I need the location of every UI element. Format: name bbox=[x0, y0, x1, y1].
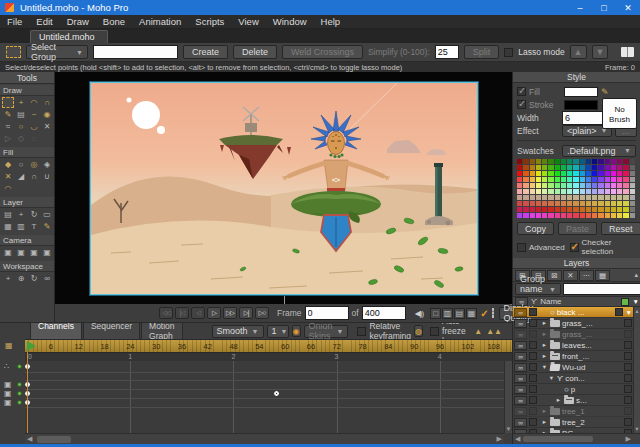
swatch-cell[interactable] bbox=[623, 183, 628, 188]
layer-row[interactable]: ∞▸tree_1 bbox=[513, 406, 633, 417]
add-layer-tool-icon[interactable]: + bbox=[15, 209, 27, 220]
swatch-cell[interactable] bbox=[592, 177, 597, 182]
menu-animation[interactable]: Animation bbox=[132, 16, 188, 27]
swatch-cell[interactable] bbox=[586, 189, 591, 194]
layers-horizontal-scrollbar[interactable]: ◀ ▶ bbox=[513, 433, 640, 444]
layer-color-chip[interactable] bbox=[624, 385, 632, 393]
swatch-cell[interactable] bbox=[611, 165, 616, 170]
swatch-cell[interactable] bbox=[517, 189, 522, 194]
maximize-button[interactable]: □ bbox=[592, 0, 616, 15]
swatch-cell[interactable] bbox=[536, 183, 541, 188]
swatch-cell[interactable] bbox=[561, 183, 566, 188]
swatch-cell[interactable] bbox=[592, 171, 597, 176]
expand-caret-icon[interactable]: ▸ bbox=[541, 407, 548, 415]
blob-brush-tool-icon[interactable]: ◉ bbox=[41, 109, 53, 120]
menu-view[interactable]: View bbox=[231, 16, 265, 27]
swatch-cell[interactable] bbox=[586, 183, 591, 188]
layer-checkbox[interactable] bbox=[529, 385, 537, 393]
single-view-button[interactable]: □ bbox=[430, 308, 441, 319]
shear-layer-tool-icon[interactable]: ▭ bbox=[41, 209, 53, 220]
swatch-cell[interactable] bbox=[611, 177, 616, 182]
swatch-cell[interactable] bbox=[536, 213, 541, 218]
camera-pan-tilt-tool-icon[interactable]: ▣ bbox=[41, 247, 53, 258]
swatch-cell[interactable] bbox=[592, 183, 597, 188]
swatch-cell[interactable] bbox=[548, 171, 553, 176]
swatch-cell[interactable] bbox=[561, 195, 566, 200]
swatch-cell[interactable] bbox=[580, 171, 585, 176]
keyframe-dot[interactable] bbox=[273, 390, 280, 397]
layer-row[interactable]: ∞▸s... bbox=[513, 395, 633, 406]
swatch-cell[interactable] bbox=[555, 165, 560, 170]
keyframe-dot[interactable] bbox=[25, 363, 31, 370]
swatch-cell[interactable] bbox=[517, 207, 522, 212]
swatch-cell[interactable] bbox=[617, 195, 622, 200]
auto-freeze-checkbox[interactable] bbox=[430, 327, 439, 336]
create-shape-tool-icon[interactable]: ◎ bbox=[28, 159, 40, 170]
swatch-cell[interactable] bbox=[536, 201, 541, 206]
swatch-cell[interactable] bbox=[611, 159, 616, 164]
curve-exposure-tool-icon[interactable]: ∩ bbox=[28, 171, 40, 182]
loop-button[interactable]: ▷○ bbox=[255, 307, 269, 319]
layer-visibility-icon[interactable]: ∞ bbox=[514, 319, 527, 328]
swatches-dropdown[interactable]: .Default.png▼ bbox=[562, 145, 636, 157]
layer-row[interactable]: ∞▸grass_... bbox=[513, 329, 633, 340]
layer-checkbox[interactable] bbox=[529, 319, 537, 327]
swatch-cell[interactable] bbox=[586, 201, 591, 206]
swatch-cell[interactable] bbox=[567, 183, 572, 188]
scroll-left-icon[interactable]: ◀ bbox=[27, 435, 32, 443]
swatch-cell[interactable] bbox=[530, 195, 535, 200]
swatch-cell[interactable] bbox=[573, 177, 578, 182]
swatch-cell[interactable] bbox=[573, 183, 578, 188]
swatch-cell[interactable] bbox=[592, 213, 597, 218]
swatch-cell[interactable] bbox=[561, 171, 566, 176]
swatch-cell[interactable] bbox=[530, 165, 535, 170]
layer-color-chip[interactable] bbox=[624, 407, 632, 415]
stage-viewport[interactable] bbox=[90, 82, 478, 295]
layer-menu-icon[interactable]: ▼ bbox=[626, 309, 632, 316]
swatch-cell[interactable] bbox=[523, 207, 528, 212]
swatch-cell[interactable] bbox=[605, 165, 610, 170]
keyframe-dot[interactable] bbox=[25, 399, 31, 406]
swatch-cell[interactable] bbox=[517, 171, 522, 176]
fill-color-swatch[interactable] bbox=[564, 87, 598, 97]
swatch-cell[interactable] bbox=[530, 201, 535, 206]
swatch-cell[interactable] bbox=[530, 177, 535, 182]
layer-visibility-icon[interactable]: ∞ bbox=[514, 330, 527, 339]
paint-bucket-tool-icon[interactable]: ◆ bbox=[2, 159, 14, 170]
swatch-cell[interactable] bbox=[555, 171, 560, 176]
layer-visibility-icon[interactable]: ∞ bbox=[514, 363, 527, 372]
expand-caret-icon[interactable]: ▾ bbox=[541, 363, 548, 371]
swatch-cell[interactable] bbox=[598, 189, 603, 194]
swatch-cell[interactable] bbox=[611, 171, 616, 176]
delete-button[interactable]: Delete bbox=[233, 45, 277, 59]
swatch-cell[interactable] bbox=[605, 177, 610, 182]
swatch-cell[interactable] bbox=[630, 189, 635, 194]
audio-mute-icon[interactable]: ◀)) bbox=[415, 309, 423, 318]
swatch-cell[interactable] bbox=[555, 207, 560, 212]
swatch-cell[interactable] bbox=[548, 201, 553, 206]
layer-visibility-icon[interactable]: ∞ bbox=[514, 352, 527, 361]
keyframe-dot[interactable] bbox=[25, 381, 31, 388]
pan-workspace-tool-icon[interactable]: + bbox=[2, 273, 14, 284]
swatch-cell[interactable] bbox=[523, 201, 528, 206]
library-icon[interactable] bbox=[621, 47, 634, 57]
swatch-cell[interactable] bbox=[623, 159, 628, 164]
stack-layer-tool-icon[interactable]: ▥ bbox=[15, 221, 27, 232]
swatch-cell[interactable] bbox=[623, 201, 628, 206]
swatch-cell[interactable] bbox=[530, 189, 535, 194]
fast-forward-button[interactable]: ▷▷ bbox=[223, 307, 237, 319]
new-group-button[interactable]: ⊠ bbox=[547, 270, 562, 281]
swatch-cell[interactable] bbox=[561, 165, 566, 170]
stage-center-handle[interactable] bbox=[284, 296, 285, 304]
fill-pen-icon[interactable]: ✎ bbox=[601, 87, 609, 97]
line-width-tool-icon[interactable]: ◢ bbox=[15, 171, 27, 182]
step-back-button[interactable]: ◁ bbox=[191, 307, 205, 319]
expand-caret-icon[interactable]: ▸ bbox=[541, 330, 548, 338]
layer-checkbox[interactable] bbox=[529, 418, 537, 426]
swatch-cell[interactable] bbox=[605, 183, 610, 188]
swatch-cell[interactable] bbox=[623, 171, 628, 176]
star-tool-icon[interactable]: ◇ bbox=[15, 133, 27, 144]
relative-keyframing-checkbox[interactable] bbox=[357, 327, 366, 336]
swatch-cell[interactable] bbox=[598, 213, 603, 218]
swatch-cell[interactable] bbox=[555, 201, 560, 206]
